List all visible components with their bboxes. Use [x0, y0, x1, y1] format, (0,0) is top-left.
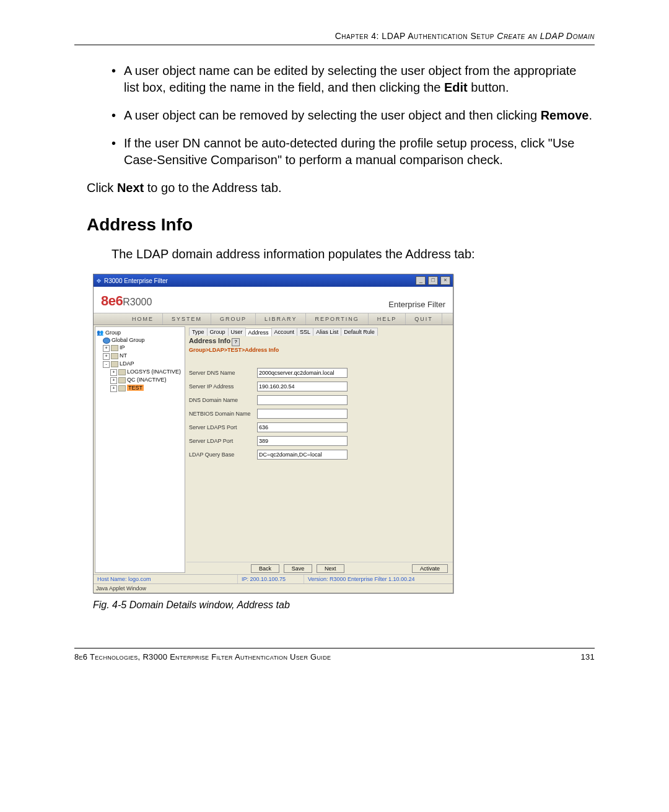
server-ip-input[interactable] [257, 382, 348, 391]
status-ip: IP: 200.10.100.75 [238, 575, 304, 583]
chapter-header: Chapter 4: LDAP Authentication Setup Cre… [74, 31, 595, 41]
bullet-item: A user object can be removed by selectin… [112, 107, 595, 124]
menu-system[interactable]: SYSTEM [163, 313, 211, 325]
java-applet-label: Java Applet Window [94, 583, 453, 593]
expand-icon[interactable]: + [110, 369, 117, 376]
bullet-list: A user object name can be edited by sele… [112, 63, 595, 168]
banner-subtitle: Enterprise Filter [388, 300, 445, 309]
query-base-input[interactable] [257, 450, 348, 460]
app-window: ❖R3000 Enterprise Filter _ □ × 8e6R3000 … [93, 274, 453, 593]
tree-ldap[interactable]: -LDAP [103, 360, 183, 368]
folder-icon [118, 377, 126, 383]
logo-r3000: R3000 [123, 297, 152, 307]
window-title: R3000 Enterprise Filter [104, 277, 168, 284]
expand-icon[interactable]: + [103, 345, 110, 352]
server-dns-label: Server DNS Name [189, 370, 257, 376]
bold-word: Edit [444, 81, 468, 94]
expand-icon[interactable]: + [110, 385, 117, 392]
minimize-button[interactable]: _ [416, 276, 426, 285]
menu-library[interactable]: LIBRARY [256, 313, 306, 325]
chapter-section: Create an LDAP Domain [497, 31, 595, 41]
tab-address[interactable]: Address [245, 328, 272, 336]
ldaps-port-input[interactable] [257, 422, 348, 432]
bold-word: Remove [541, 108, 589, 122]
save-button[interactable]: Save [284, 564, 313, 573]
tab-ssl[interactable]: SSL [297, 328, 313, 336]
footer-left: 8e6 Technologies, R3000 Enterprise Filte… [74, 652, 331, 661]
expand-icon[interactable]: + [103, 353, 110, 360]
netbios-label: NETBIOS Domain Name [189, 411, 257, 417]
netbios-input[interactable] [257, 409, 348, 419]
menu-help[interactable]: HELP [369, 313, 406, 325]
tree-qc[interactable]: +QC (INACTIVE) [110, 376, 183, 384]
tab-group[interactable]: Group [207, 328, 229, 336]
folder-icon [111, 345, 118, 351]
bullet-item: A user object name can be edited by sele… [112, 63, 595, 96]
ldaps-port-label: Server LDAPS Port [189, 424, 257, 430]
header-rule [74, 45, 595, 45]
folder-icon [118, 385, 126, 391]
bullet-text: A user object can be removed by selectin… [124, 108, 541, 122]
status-bar: Host Name: logo.com IP: 200.10.100.75 Ve… [94, 574, 453, 583]
bold-word: Next [117, 181, 144, 194]
query-base-label: LDAP Query Base [189, 452, 257, 458]
text: to go to the Address tab. [144, 181, 281, 194]
bullet-text: If the user DN cannot be auto-detected d… [124, 136, 575, 167]
tree-logsys[interactable]: +LOGSYS (INACTIVE) [110, 368, 183, 376]
close-button[interactable]: × [440, 276, 450, 285]
click-next-para: Click Next to go to the Address tab. [87, 180, 595, 196]
back-button[interactable]: Back [251, 564, 279, 573]
menubar: HOME SYSTEM GROUP LIBRARY REPORTING HELP… [94, 313, 453, 325]
main-area: TypeGroupUserAddressAccountSSLAlias List… [186, 325, 453, 574]
tree-panel: 👥Group Global Group +IP +NT -LDAP +LOGSY… [95, 326, 185, 573]
ldap-port-input[interactable] [257, 436, 348, 446]
tree-test[interactable]: +TEST [110, 384, 183, 392]
folder-icon [111, 353, 118, 359]
dns-domain-label: DNS Domain Name [189, 397, 257, 403]
tab-type[interactable]: Type [189, 328, 208, 336]
folder-icon [118, 369, 126, 375]
tree-nt[interactable]: +NT [103, 352, 183, 360]
titlebar: ❖R3000 Enterprise Filter _ □ × [94, 274, 453, 287]
text: Click [87, 181, 117, 194]
footer-rule [74, 648, 595, 648]
maximize-button[interactable]: □ [428, 276, 438, 285]
bullet-text: button. [468, 81, 509, 94]
tree-global-group[interactable]: Global Group [103, 336, 183, 344]
menu-home[interactable]: HOME [123, 313, 163, 325]
expand-icon[interactable]: + [110, 377, 117, 384]
tab-bar: TypeGroupUserAddressAccountSSLAlias List… [189, 328, 450, 336]
activate-button[interactable]: Activate [412, 564, 448, 573]
chapter-title: Chapter 4: LDAP Authentication Setup [335, 31, 494, 41]
intro-text: The LDAP domain address information popu… [112, 246, 595, 263]
menu-reporting[interactable]: REPORTING [306, 313, 368, 325]
status-host: Host Name: logo.com [94, 575, 238, 583]
page-number: 131 [580, 652, 595, 661]
tab-alias-list[interactable]: Alias List [313, 328, 341, 336]
banner: 8e6R3000 Enterprise Filter [94, 287, 453, 313]
bullet-item: If the user DN cannot be auto-detected d… [112, 135, 595, 168]
breadcrumb: Group>LDAP>TEST>Address Info [189, 347, 450, 353]
server-dns-input[interactable] [257, 368, 348, 378]
tab-default-rule[interactable]: Default Rule [341, 328, 378, 336]
logo-8e6: 8e6 [101, 293, 123, 308]
group-icon: 👥 [97, 330, 103, 336]
section-heading: Address Info [87, 215, 595, 235]
dns-domain-input[interactable] [257, 395, 348, 405]
panel-title: Address Info? [189, 337, 450, 346]
tab-user[interactable]: User [228, 328, 246, 336]
bullet-text: . [588, 108, 592, 122]
menu-quit[interactable]: QUIT [406, 313, 442, 325]
menu-group[interactable]: GROUP [211, 313, 256, 325]
next-button[interactable]: Next [317, 564, 344, 573]
folder-icon [111, 361, 118, 367]
globe-icon [103, 338, 110, 344]
collapse-icon[interactable]: - [103, 361, 110, 368]
logo: 8e6R3000 [101, 293, 152, 309]
tab-account[interactable]: Account [271, 328, 298, 336]
tree-ip[interactable]: +IP [103, 344, 183, 352]
app-icon: ❖ [96, 277, 102, 284]
help-icon[interactable]: ? [232, 338, 240, 346]
tree-root[interactable]: 👥Group [97, 329, 183, 336]
server-ip-label: Server IP Address [189, 383, 257, 390]
